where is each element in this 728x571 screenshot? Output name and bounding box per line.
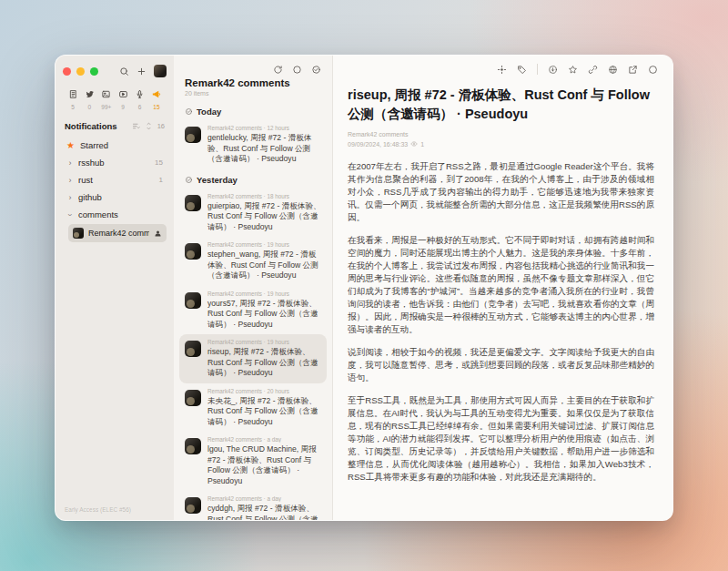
sidebar-item-starred[interactable]: ★Starred xyxy=(63,137,167,154)
article-content: riseup, 周报 #72 - 滑板体验、Rust Conf 与 Follow… xyxy=(333,75,672,494)
videos-icon xyxy=(118,87,128,103)
download-icon[interactable] xyxy=(548,65,558,75)
copy-link-icon[interactable] xyxy=(588,65,598,75)
category-tab-audio[interactable]: 6 xyxy=(133,87,147,110)
category-unread-count: 15 xyxy=(153,104,159,110)
article-view-count: 1 xyxy=(420,141,424,148)
article-paragraph: 说到阅读，相较于如今的视频，我还是更偏爱文字。文字阅读给予我更大的自由度，我可以… xyxy=(348,346,654,384)
feed-label: Remark42 comments xyxy=(88,229,149,238)
app-window: 5099+9615 Notifications 16 ★Starred›rssh… xyxy=(55,55,673,521)
entry-meta: Remark42 comments · a day xyxy=(207,436,321,443)
check-circle-icon[interactable] xyxy=(185,107,193,116)
entry-body: Remark42 comments · 18 hoursguierpiao, 周… xyxy=(207,193,321,233)
list-item[interactable]: Remark42 comments · a daycyddgh, 周报 #72 … xyxy=(179,491,327,520)
category-tabs: 5099+9615 xyxy=(63,87,167,110)
entry-title: 未央花_, 周报 #72 - 滑板体验、Rust Conf 与 Follow 公… xyxy=(207,396,321,428)
entry-title: yours57, 周报 #72 - 滑板体验、Rust Conf 与 Follo… xyxy=(207,299,321,331)
entry-meta: Remark42 comments · a day xyxy=(207,495,321,502)
minimize-window-button[interactable] xyxy=(76,67,85,76)
focus-mode-icon[interactable] xyxy=(497,65,507,75)
list-item[interactable]: Remark42 comments · 18 hoursguierpiao, 周… xyxy=(179,189,327,238)
desktop-background: 5099+9615 Notifications 16 ★Starred›rssh… xyxy=(0,0,728,571)
search-icon[interactable] xyxy=(119,66,129,76)
article-timestamp: 09/09/2024, 16:48:33 xyxy=(348,141,408,148)
sidebar-item-remark42-comments[interactable]: Remark42 comments xyxy=(68,224,167,242)
article-paragraph: 在我看来，周报是一种极好的互动形式。它不同于即时对话，却拥有跨越时间和空间的魔力… xyxy=(348,234,654,336)
section-unread-count: 16 xyxy=(157,122,165,130)
list-item[interactable]: Remark42 comments · a daylgou, The CRUD … xyxy=(179,432,327,491)
article-paragraph: 在2007年左右，我开启了RSS之路，最初是通过Google Reader这个平… xyxy=(348,160,654,224)
category-tab-social[interactable]: 0 xyxy=(82,87,96,110)
entry-body: Remark42 comments · a daylgou, The CRUD … xyxy=(207,436,321,486)
category-tab-videos[interactable]: 9 xyxy=(116,87,130,110)
articles-icon xyxy=(68,87,78,103)
chevron-right-icon[interactable]: › xyxy=(66,158,74,168)
sidebar-item-rsshub[interactable]: ›rsshub15 xyxy=(63,154,167,171)
entry-meta: Remark42 comments · 19 hours xyxy=(207,339,321,345)
tag-icon[interactable] xyxy=(517,65,527,75)
article-pane: riseup, 周报 #72 - 滑板体验、Rust Conf 与 Follow… xyxy=(333,56,672,520)
window-titlebar xyxy=(63,64,167,78)
sort-icon[interactable] xyxy=(132,122,140,130)
sidebar-item-label: Starred xyxy=(80,140,108,150)
pictures-icon xyxy=(101,87,111,103)
collapse-all-icon[interactable] xyxy=(145,122,153,130)
zoom-window-button[interactable] xyxy=(90,67,98,76)
chevron-right-icon[interactable]: › xyxy=(66,176,74,185)
list-header: Remark42 comments 20 items xyxy=(174,76,332,101)
entry-title: guierpiao, 周报 #72 - 滑板体验、Rust Conf 与 Fol… xyxy=(207,201,321,233)
sidebar-item-rust[interactable]: ›rust1 xyxy=(63,171,167,189)
entry-avatar xyxy=(185,497,201,514)
entry-title: lgou, The CRUD Machine, 周报 #72 - 滑板体验、Ru… xyxy=(207,444,321,486)
list-item[interactable]: Remark42 comments · 19 hoursriseup, 周报 #… xyxy=(179,334,327,383)
category-unread-count: 99+ xyxy=(101,104,111,110)
star-article-icon[interactable] xyxy=(568,65,578,75)
toolbar-divider xyxy=(537,64,538,75)
category-unread-count: 5 xyxy=(71,104,75,110)
article-feed-name: Remark42 comments xyxy=(348,131,654,138)
refresh-icon[interactable] xyxy=(273,63,283,76)
entry-list: TodayRemark42 comments · 12 hoursgentlel… xyxy=(174,101,332,520)
user-avatar[interactable] xyxy=(154,65,167,77)
traffic-lights xyxy=(63,67,98,76)
add-subscription-icon[interactable] xyxy=(136,66,147,76)
feed-avatar xyxy=(73,228,84,239)
entry-title: riseup, 周报 #72 - 滑板体验、Rust Conf 与 Follow… xyxy=(207,347,321,379)
feed-title: Remark42 comments xyxy=(185,77,321,88)
entry-avatar xyxy=(185,390,201,406)
mark-all-read-icon[interactable] xyxy=(311,63,321,76)
chevron-right-icon[interactable]: › xyxy=(66,193,74,202)
entry-avatar xyxy=(185,243,201,260)
category-tab-pictures[interactable]: 99+ xyxy=(99,87,114,110)
unread-only-toggle-icon[interactable] xyxy=(292,63,302,76)
sidebar-item-comments[interactable]: ›comments xyxy=(63,206,167,223)
more-options-icon[interactable] xyxy=(648,65,658,75)
article-paragraph: 至于RSS工具，既然是为工具，那使用方式可因人而异，主要目的在于获取和扩展信息。… xyxy=(348,394,654,484)
list-item[interactable]: Remark42 comments · 19 hoursyours57, 周报 … xyxy=(179,286,327,335)
entry-meta: Remark42 comments · 18 hours xyxy=(207,193,321,199)
close-window-button[interactable] xyxy=(63,67,71,76)
sidebar-item-github[interactable]: ›github xyxy=(63,189,167,206)
entry-meta: Remark42 comments · 12 hours xyxy=(207,125,321,131)
sidebar-item-label: comments xyxy=(78,209,118,219)
category-tab-notifications[interactable]: 15 xyxy=(149,87,164,110)
share-icon[interactable] xyxy=(628,65,638,75)
category-unread-count: 6 xyxy=(138,104,142,110)
entry-body: Remark42 comments · 19 hoursyours57, 周报 … xyxy=(207,291,321,331)
open-in-browser-icon[interactable] xyxy=(608,65,618,75)
app-version-note: Early Access (ELEC #56) xyxy=(63,506,167,515)
chevron-down-icon[interactable]: › xyxy=(66,211,75,219)
list-item[interactable]: Remark42 comments · 19 hoursstephen_wang… xyxy=(179,237,327,286)
list-item[interactable]: Remark42 comments · 12 hoursgentlelucky,… xyxy=(179,120,327,169)
entry-avatar xyxy=(185,127,201,143)
section-label: Yesterday xyxy=(197,175,238,185)
category-unread-count: 0 xyxy=(88,104,92,110)
notifications-section-header: Notifications 16 xyxy=(65,121,165,131)
folder-unread-count: 1 xyxy=(159,176,163,184)
category-tab-articles[interactable]: 5 xyxy=(66,87,80,110)
entry-meta: Remark42 comments · 19 hours xyxy=(207,291,321,297)
entry-body: Remark42 comments · 19 hoursriseup, 周报 #… xyxy=(207,339,321,379)
list-item[interactable]: Remark42 comments · 20 hours未央花_, 周报 #72… xyxy=(179,383,327,433)
check-circle-icon[interactable] xyxy=(185,176,193,184)
section-title: Notifications xyxy=(65,121,117,131)
